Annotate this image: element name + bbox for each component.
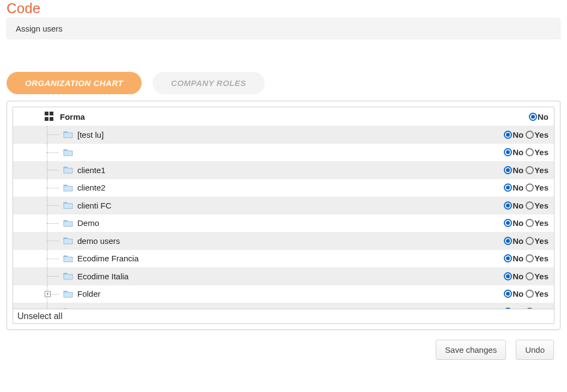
radio-yes-label: Yes	[534, 218, 548, 228]
tree-row[interactable]: demo usersNoYes	[13, 232, 554, 250]
radio-yes[interactable]: Yes	[526, 307, 548, 309]
radio-no-label: No	[513, 272, 523, 281]
tree-row[interactable]: +FolderNoYes	[13, 285, 554, 303]
folder-icon	[63, 290, 73, 298]
radio-no[interactable]: No	[504, 201, 523, 210]
tab-organization-chart[interactable]: ORGANIZATION CHART	[7, 72, 142, 94]
tree-leader	[13, 126, 63, 144]
radio-group: NoYes	[503, 148, 548, 157]
tree-row-label: Folder	[77, 289, 503, 298]
folder-icon	[63, 254, 73, 263]
tree-row[interactable]: cliente2NoYes	[13, 179, 554, 197]
tree-row[interactable]: Ecodime ItaliaNoYes	[13, 267, 554, 285]
tab-company-roles[interactable]: COMPANY ROLES	[153, 72, 265, 94]
radio-group: NoYes	[503, 289, 548, 298]
radio-group: NoYes	[503, 130, 548, 139]
tree-root-label: Forma	[60, 112, 528, 121]
tree-row-label: clienti FC	[77, 201, 503, 210]
unselect-all-link[interactable]: Unselect all	[13, 309, 554, 323]
radio-yes[interactable]: Yes	[526, 130, 548, 139]
radio-group: NoYes	[503, 272, 548, 281]
radio-no[interactable]: No	[529, 112, 548, 121]
radio-no[interactable]: No	[504, 148, 523, 157]
tree-leader	[13, 250, 63, 268]
tree-row-label: cliente1	[77, 166, 503, 175]
tree-leader	[13, 267, 63, 285]
radio-yes-label: Yes	[534, 236, 548, 246]
radio-yes[interactable]: Yes	[526, 148, 548, 157]
radio-group: NoYes	[503, 183, 548, 192]
expand-icon[interactable]: +	[45, 291, 51, 297]
tabs-container: ORGANIZATION CHART COMPANY ROLES	[0, 72, 567, 101]
save-button[interactable]: Save changes	[436, 340, 506, 360]
tree-row-label: demo users	[77, 236, 503, 246]
tree-row[interactable]: nodopercatalogoNoYes	[13, 303, 554, 309]
radio-no-label: No	[513, 130, 523, 139]
tree-row-label: Ecodime Italia	[77, 272, 503, 281]
radio-group: NoYes	[503, 254, 548, 263]
radio-no[interactable]: No	[504, 254, 523, 263]
tree-row-label: cliente2	[77, 183, 503, 192]
radio-yes[interactable]: Yes	[526, 166, 548, 175]
tree-root-row[interactable]: FormaNo	[13, 107, 554, 126]
radio-no[interactable]: No	[504, 272, 523, 281]
tree-row[interactable]: clienti FCNoYes	[13, 197, 554, 215]
radio-yes[interactable]: Yes	[526, 236, 548, 246]
radio-no-label: No	[513, 236, 523, 246]
folder-icon	[63, 201, 73, 210]
folder-icon	[63, 166, 73, 174]
tree-panel: FormaNo[test lu]NoYesNoYescliente1NoYesc…	[7, 101, 560, 330]
folder-icon	[63, 236, 73, 245]
subtitle-bar: Assign users	[7, 18, 560, 39]
radio-yes[interactable]: Yes	[526, 183, 548, 192]
tree-scroll[interactable]: FormaNo[test lu]NoYesNoYescliente1NoYesc…	[13, 107, 554, 309]
radio-no[interactable]: No	[504, 307, 523, 309]
folder-icon	[63, 183, 73, 192]
tree-row[interactable]: Ecodime FranciaNoYes	[13, 250, 554, 268]
tree-row[interactable]: [test lu]NoYes	[13, 126, 554, 144]
radio-no[interactable]: No	[504, 236, 523, 246]
folder-icon	[63, 272, 73, 280]
folder-icon	[63, 148, 73, 157]
radio-no-label: No	[513, 166, 523, 175]
radio-yes[interactable]: Yes	[526, 218, 548, 228]
radio-group: No	[528, 112, 548, 121]
tree-leader	[13, 161, 63, 179]
grid-icon	[45, 112, 54, 121]
tree-row[interactable]: NoYes	[13, 144, 554, 162]
radio-no-label: No	[513, 307, 523, 309]
radio-yes-label: Yes	[534, 166, 548, 175]
radio-yes-label: Yes	[534, 254, 548, 263]
radio-no-label: No	[513, 201, 523, 210]
tree-row[interactable]: DemoNoYes	[13, 215, 554, 232]
undo-button[interactable]: Undo	[516, 340, 554, 360]
radio-yes[interactable]: Yes	[526, 289, 548, 298]
folder-icon	[63, 307, 73, 309]
radio-yes[interactable]: Yes	[526, 272, 548, 281]
tree-leader	[13, 215, 63, 232]
radio-yes[interactable]: Yes	[526, 201, 548, 210]
tree-leader	[13, 179, 63, 197]
radio-no[interactable]: No	[504, 166, 523, 175]
radio-group: NoYes	[503, 218, 548, 228]
tree-row-label: [test lu]	[77, 130, 503, 139]
radio-yes-label: Yes	[534, 307, 548, 309]
radio-group: NoYes	[503, 201, 548, 210]
radio-yes[interactable]: Yes	[526, 254, 548, 263]
tree-row-label: nodopercatalogo	[77, 307, 503, 309]
radio-no[interactable]: No	[504, 183, 523, 192]
tree-leader: +	[13, 285, 63, 303]
radio-no[interactable]: No	[504, 218, 523, 228]
radio-no[interactable]: No	[504, 289, 523, 298]
footer-buttons: Save changes Undo	[0, 330, 567, 366]
radio-group: NoYes	[503, 236, 548, 246]
radio-yes-label: Yes	[534, 148, 548, 157]
tree-row[interactable]: cliente1NoYes	[13, 161, 554, 179]
page-title: Code	[0, 0, 567, 18]
radio-yes-label: Yes	[534, 183, 548, 192]
radio-yes-label: Yes	[534, 201, 548, 210]
tree-leader	[13, 197, 63, 215]
tree-leader	[13, 144, 63, 162]
tree-row-label: Ecodime Francia	[77, 254, 503, 263]
radio-no[interactable]: No	[504, 130, 523, 139]
